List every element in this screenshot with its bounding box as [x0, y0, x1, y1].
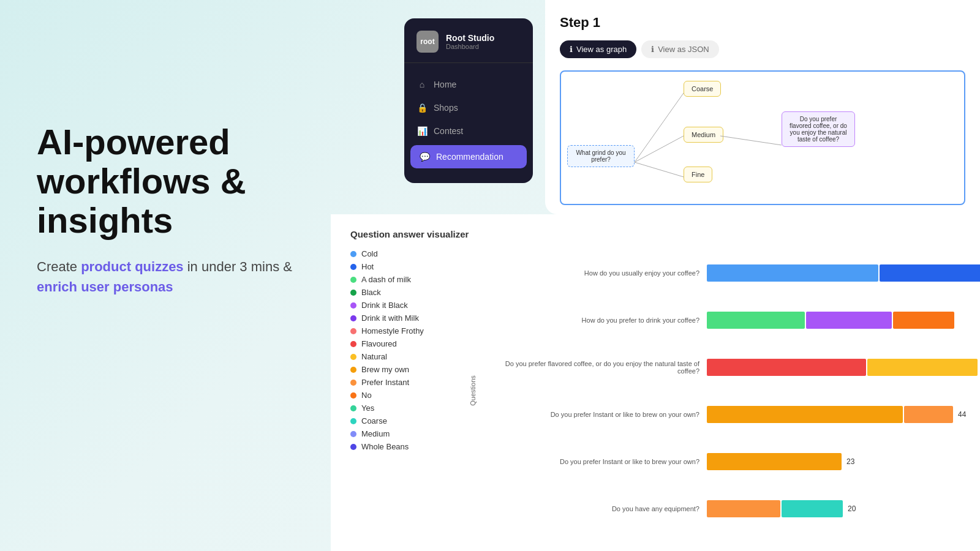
chart-row-label: Do you prefer flavored coffee, or do you…	[491, 360, 699, 375]
chart-row-label: Do you have any equipment?	[491, 505, 699, 512]
flow-box-flavored: Do you prefer flavored coffee, or do you…	[782, 111, 855, 147]
bar-group	[707, 359, 980, 376]
flow-box-fine: Fine	[684, 167, 712, 182]
svg-line-0	[635, 93, 684, 162]
tab-view-json[interactable]: ℹ View as JSON	[641, 40, 719, 58]
flow-box-grind: What grind do you prefer?	[567, 145, 635, 167]
chart-row: Do you prefer flavored coffee, or do you…	[491, 359, 980, 376]
shops-icon: 🔒	[417, 102, 428, 113]
bar-segment	[867, 359, 978, 376]
tab-json-label: View as JSON	[658, 45, 709, 54]
sidebar-item-contest[interactable]: 📊 Contest	[404, 119, 533, 143]
legend-item: A dash of milk	[350, 275, 473, 284]
brand-name: Root Studio	[446, 33, 494, 43]
bar-group: 23	[707, 453, 980, 470]
bar-segment	[806, 312, 892, 329]
bar-segment	[707, 359, 866, 376]
recommendation-icon: 💬	[419, 151, 430, 162]
chart-rows: How do you usually enjoy your coffee?How…	[491, 249, 980, 532]
bar-segment	[707, 312, 805, 329]
bar-number: 44	[958, 410, 966, 419]
bar-segment	[904, 406, 953, 423]
chart-area: Questions How do you usually enjoy your …	[473, 249, 980, 532]
json-icon: ℹ	[651, 45, 654, 54]
sidebar-panel: root Root Studio Dashboard ⌂ Home 🔒 Shop…	[404, 18, 533, 183]
bar-segment	[880, 264, 980, 282]
legend-item: Coarse	[350, 416, 473, 425]
legend-item: Drink it Black	[350, 301, 473, 310]
chart-row-label: Do you prefer Instant or like to brew yo…	[491, 458, 699, 465]
sidebar-item-home[interactable]: ⌂ Home	[404, 73, 533, 96]
legend-item: Medium	[350, 429, 473, 438]
hero-desc-middle: in under 3 mins &	[184, 259, 292, 274]
bar-segment	[707, 453, 842, 470]
legend-item: Flavoured	[350, 339, 473, 348]
legend-item: Prefer Instant	[350, 378, 473, 387]
hero-description: Create product quizzes in under 3 mins &…	[37, 257, 306, 297]
brand-sub: Dashboard	[446, 43, 494, 50]
graph-icon: ℹ	[570, 45, 573, 54]
legend-item: Hot	[350, 262, 473, 271]
flow-box-coarse: Coarse	[684, 81, 721, 97]
bar-segment	[893, 312, 954, 329]
chart-legend: ColdHotA dash of milkBlackDrink it Black…	[350, 249, 473, 532]
legend-item: Homestyle Frothy	[350, 326, 473, 335]
contest-icon: 📊	[417, 126, 428, 137]
hero-section: AI-powered workflows & insights Create p…	[37, 122, 306, 297]
questions-axis-label: Questions	[469, 375, 477, 406]
hero-highlight2: enrich user personas	[37, 279, 173, 294]
bar-segment	[782, 500, 843, 517]
brand-logo: root	[417, 31, 439, 53]
legend-item: Black	[350, 288, 473, 297]
hero-highlight1: product quizzes	[81, 259, 183, 274]
flow-diagram: What grind do you prefer? Coarse Medium …	[560, 70, 965, 205]
bar-segment	[707, 406, 903, 423]
bar-segment	[707, 264, 878, 282]
legend-item: Drink it with Milk	[350, 313, 473, 323]
bar-number: 23	[846, 457, 854, 466]
tab-view-graph[interactable]: ℹ View as graph	[560, 40, 636, 58]
chart-row: Do you have any equipment?20	[491, 500, 980, 517]
chart-row: Do you prefer Instant or like to brew on…	[491, 406, 980, 423]
bar-group: 44	[707, 406, 980, 423]
sidebar-item-shops[interactable]: 🔒 Shops	[404, 96, 533, 119]
flow-area: Step 1 ℹ View as graph ℹ View as JSON Wh…	[545, 0, 980, 214]
tab-graph-label: View as graph	[576, 45, 627, 54]
legend-item: Cold	[350, 249, 473, 258]
svg-line-3	[720, 136, 782, 145]
sidebar-item-label: Home	[434, 80, 456, 89]
brand-text: Root Studio Dashboard	[446, 33, 494, 50]
sidebar-brand: root Root Studio Dashboard	[404, 31, 533, 63]
viz-content: ColdHotA dash of milkBlackDrink it Black…	[350, 249, 960, 532]
legend-item: Whole Beans	[350, 442, 473, 451]
svg-line-1	[635, 136, 684, 162]
chart-row: How do you prefer to drink your coffee?	[491, 312, 980, 329]
data-section: Question answer visualizer ColdHotA dash…	[331, 214, 980, 551]
chart-row-label: Do you prefer Instant or like to brew on…	[491, 411, 699, 418]
chart-row: Do you prefer Instant or like to brew yo…	[491, 453, 980, 470]
view-tabs: ℹ View as graph ℹ View as JSON	[560, 40, 965, 58]
chart-row: How do you usually enjoy your coffee?	[491, 264, 980, 282]
chart-row-label: How do you usually enjoy your coffee?	[491, 269, 699, 277]
legend-item: Natural	[350, 352, 473, 361]
bar-number: 20	[848, 504, 856, 513]
legend-item: No	[350, 391, 473, 400]
sidebar-item-label: Shops	[434, 103, 458, 113]
home-icon: ⌂	[417, 79, 428, 90]
bar-segment	[707, 500, 780, 517]
flow-box-medium: Medium	[684, 127, 723, 143]
bar-group: 20	[707, 500, 980, 517]
bar-group	[707, 312, 980, 329]
viz-title: Question answer visualizer	[350, 229, 960, 239]
chart-row-label: How do you prefer to drink your coffee?	[491, 317, 699, 324]
legend-item: Yes	[350, 403, 473, 413]
sidebar-item-recommendation[interactable]: 💬 Recommendation	[410, 145, 527, 168]
sidebar-item-label: Recommendation	[436, 152, 503, 162]
bar-group	[707, 264, 980, 282]
svg-line-2	[635, 162, 684, 177]
step-label: Step 1	[560, 15, 965, 31]
legend-item: Brew my own	[350, 365, 473, 374]
hero-title: AI-powered workflows & insights	[37, 122, 306, 239]
sidebar-item-label: Contest	[434, 126, 463, 136]
hero-desc-prefix: Create	[37, 259, 81, 274]
